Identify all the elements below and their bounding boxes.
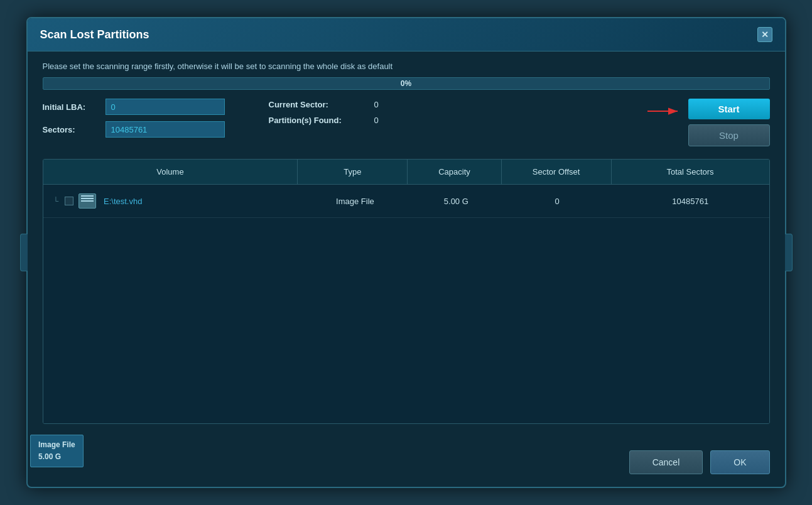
table-body: └ E:\test.vhd Image File 5.00 G 0 104857… [43,185,769,423]
title-bar: Scan Lost Partitions ✕ [28,18,785,52]
partitions-found-label: Partition(s) Found: [269,116,369,125]
cell-sector-offset: 0 [502,192,612,211]
col-header-volume: Volume [43,160,298,184]
volume-name: E:\test.vhd [104,197,142,206]
cell-volume: └ E:\test.vhd [43,188,301,214]
col-header-type: Type [298,160,408,184]
partitions-table: Volume Type Capacity Sector Offset Total… [43,159,770,424]
start-button[interactable]: Start [688,99,770,119]
row-checkbox[interactable] [65,197,73,205]
controls-row: Initial LBA: Sectors: Current Sector: 0 … [43,99,770,146]
initial-lba-input[interactable] [106,99,225,115]
scan-lost-partitions-dialog: Scan Lost Partitions ✕ Please set the sc… [26,17,786,488]
info-text: Please set the scanning range firstly, o… [43,62,770,71]
col-header-total-sectors: Total Sectors [612,160,769,184]
current-sector-value: 0 [374,100,379,109]
sectors-input[interactable] [106,121,225,138]
right-handle [785,234,793,271]
arrow-icon [646,104,683,119]
dialog-body: Please set the scanning range firstly, o… [28,52,785,434]
file-icon [78,193,96,209]
table-row[interactable]: └ E:\test.vhd Image File 5.00 G 0 104857… [43,185,769,218]
current-sector-row: Current Sector: 0 [269,100,676,109]
cancel-button[interactable]: Cancel [629,450,703,474]
stop-button[interactable]: Stop [688,124,770,146]
progress-label: 0% [401,79,411,88]
initial-lba-label: Initial LBA: [43,102,99,112]
initial-lba-row: Initial LBA: [43,99,256,115]
tooltip-line1: Image File [38,440,75,449]
progress-bar-container: 0% [43,77,770,90]
action-buttons: Start Stop [688,99,770,146]
tree-line-icon: └ [53,197,59,205]
dialog-title: Scan Lost Partitions [40,28,149,41]
tooltip-box: Image File 5.00 G [30,435,84,467]
arrow-hint [646,104,683,119]
left-controls: Initial LBA: Sectors: [43,99,256,138]
left-handle [20,234,28,271]
col-header-sector-offset: Sector Offset [502,160,612,184]
col-header-capacity: Capacity [408,160,501,184]
cell-total-sectors: 10485761 [612,192,769,211]
right-status: Current Sector: 0 Partition(s) Found: 0 [269,99,676,125]
ok-button[interactable]: OK [710,450,769,474]
cell-capacity: 5.00 G [409,192,502,211]
close-button[interactable]: ✕ [757,27,772,42]
sectors-row: Sectors: [43,121,256,138]
partitions-found-row: Partition(s) Found: 0 [269,116,676,125]
current-sector-label: Current Sector: [269,100,369,109]
partitions-found-value: 0 [374,116,379,125]
table-header: Volume Type Capacity Sector Offset Total… [43,160,769,185]
bottom-buttons: Cancel OK [28,440,785,484]
tooltip-line2: 5.00 G [38,452,61,461]
sectors-label: Sectors: [43,125,99,134]
cell-type: Image File [301,192,410,211]
